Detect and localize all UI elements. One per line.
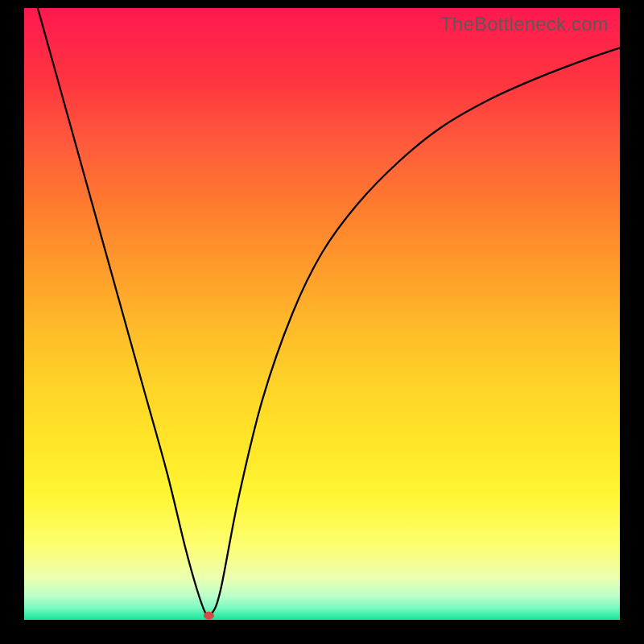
chart-frame: TheBottleneck.com	[0, 0, 644, 644]
bottleneck-curve	[24, 0, 620, 617]
plot-area: TheBottleneck.com	[24, 8, 620, 620]
optimal-marker	[204, 612, 213, 619]
line-chart	[24, 8, 620, 620]
